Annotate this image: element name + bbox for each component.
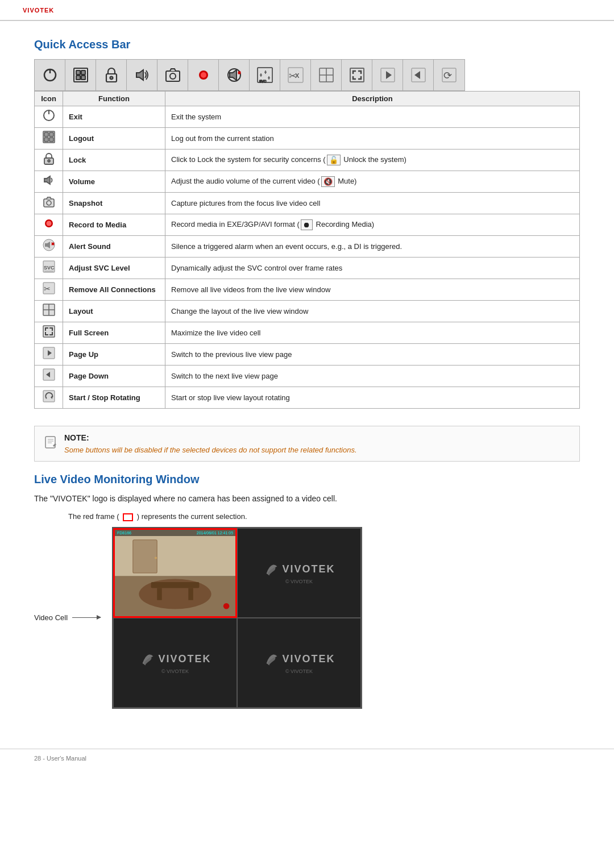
row-function-alert: Alert Sound [63, 236, 165, 258]
vivotek-small-text: © VIVOTEK [285, 579, 313, 584]
row-desc-layout: Change the layout of the live view windo… [165, 301, 580, 322]
vivotek-logo-top-right: VIVOTEK [263, 562, 335, 578]
svg-rect-32 [350, 68, 364, 82]
svg-point-52 [46, 221, 51, 226]
video-cell-label-container: Video Cell [34, 613, 101, 622]
svg-rect-81 [133, 539, 157, 572]
camera-overlay: FD8166 2014/06/01 12:41:05 [115, 530, 235, 536]
toolbar-volume-icon[interactable] [127, 60, 157, 90]
video-cell-bottom-left[interactable]: VIVOTEK © VIVOTEK [113, 618, 237, 708]
table-row: Lock Click to Lock the system for securi… [35, 149, 580, 171]
table-row: Volume Adjust the audio volume of the cu… [35, 171, 580, 193]
row-desc-lock: Click to Lock the system for security co… [165, 149, 580, 171]
video-cell-bottom-right[interactable]: VIVOTEK © VIVOTEK [237, 618, 361, 708]
quick-access-bar-title: Quick Access Bar [34, 38, 580, 51]
svg-point-83 [223, 603, 230, 609]
row-desc-remove: Remove all live videos from the live vie… [165, 279, 580, 301]
row-function-fullscreen: Full Screen [63, 322, 165, 344]
table-row: Full Screen Maximize the live video cell [35, 322, 580, 344]
toolbar-exit-icon[interactable] [35, 60, 65, 90]
vivotek-brand-text-3: VIVOTEK [283, 653, 335, 665]
table-row: ✂ Remove All Connections Remove all live… [35, 279, 580, 301]
table-row: Exit Exit the system [35, 106, 580, 128]
table-row: Logout Log out from the current station [35, 128, 580, 149]
svg-point-82 [155, 556, 157, 559]
toolbar-svc-icon[interactable]: SVC [250, 60, 280, 90]
svg-rect-10 [166, 71, 180, 81]
toolbar-rotate-icon[interactable]: ⟳ [434, 60, 464, 90]
toolbar-pageup-icon[interactable] [372, 60, 403, 90]
toolbar-logout-icon[interactable] [65, 60, 96, 90]
row-desc-snapshot: Capture pictures from the focus live vid… [165, 193, 580, 214]
row-icon-pagedown [35, 366, 63, 387]
svg-rect-4 [81, 70, 85, 74]
row-icon-exit [35, 106, 63, 128]
row-function-remove: Remove All Connections [63, 279, 165, 301]
row-function-exit: Exit [63, 106, 165, 128]
svg-text:✂: ✂ [44, 284, 51, 293]
toolbar-record-icon[interactable] [188, 60, 219, 90]
row-desc-rotate: Start or stop live view layout rotating [165, 387, 580, 409]
table-row: Record to Media Record media in EXE/3GP/… [35, 214, 580, 236]
svg-point-8 [110, 77, 113, 80]
camera-feed: FD8166 2014/06/01 12:41:05 [115, 530, 235, 616]
vivotek-brand-text-2: VIVOTEK [159, 653, 211, 665]
svg-text:SVC: SVC [44, 265, 55, 271]
vivotek-bird-icon-3 [263, 651, 279, 667]
red-frame-note-text2: ) represents the current selection. [137, 512, 247, 521]
row-icon-volume [35, 171, 63, 193]
table-row: Alert Sound Silence a triggered alarm wh… [35, 236, 580, 258]
svg-rect-45 [49, 138, 53, 142]
table-row: Layout Change the layout of the live vie… [35, 301, 580, 322]
svg-rect-5 [76, 76, 80, 80]
live-video-title: Live Video Monitoring Window [34, 473, 580, 486]
toolbar-remove-connections-icon[interactable]: ✂ X [280, 60, 311, 90]
page-footer: 28 - User's Manual [0, 749, 614, 767]
table-row: SVC Adjust SVC Level Dynamically adjust … [35, 258, 580, 279]
table-row: Page Up Switch to the previous live view… [35, 344, 580, 366]
svg-rect-49 [44, 199, 54, 207]
row-desc-logout: Log out from the current station [165, 128, 580, 149]
svg-rect-79 [157, 588, 161, 600]
row-function-lock: Lock [63, 149, 165, 171]
vivotek-bird-icon-2 [139, 651, 155, 667]
row-function-layout: Layout [63, 301, 165, 322]
table-header-icon: Icon [35, 92, 63, 106]
video-cell-top-left[interactable]: FD8166 2014/06/01 12:41:05 [113, 528, 237, 618]
row-icon-layout [35, 301, 63, 322]
row-icon-rotate [35, 387, 63, 409]
note-title: NOTE: [64, 433, 357, 442]
svg-point-13 [201, 72, 206, 78]
video-cell-label-text: Video Cell [34, 613, 68, 622]
toolbar-lock-icon[interactable] [96, 60, 127, 90]
video-cell-top-right[interactable]: VIVOTEK © VIVOTEK [237, 528, 361, 618]
toolbar-pagedown-icon[interactable] [403, 60, 434, 90]
svg-text:X: X [295, 72, 300, 79]
row-desc-alert: Silence a triggered alarm when an event … [165, 236, 580, 258]
row-desc-volume: Adjust the audio volume of the current v… [165, 171, 580, 193]
table-row: Start / Stop Rotating Start or stop live… [35, 387, 580, 409]
label-line [72, 617, 101, 618]
function-table: Icon Function Description Exit Exit the … [34, 91, 580, 409]
row-function-rotate: Start / Stop Rotating [63, 387, 165, 409]
row-desc-pageup: Switch to the previous live view page [165, 344, 580, 366]
vivotek-logo-bottom-left: VIVOTEK [139, 651, 211, 667]
toolbar-fullscreen-icon[interactable] [342, 60, 372, 90]
brand-name: VIVOTEK [23, 7, 54, 14]
row-desc-svc: Dynamically adjust the SVC control over … [165, 258, 580, 279]
label-arrow-container [72, 617, 101, 618]
toolbar-alert-sound-icon[interactable] [219, 60, 250, 90]
table-row: Page Down Switch to the next live view p… [35, 366, 580, 387]
row-function-volume: Volume [63, 171, 165, 193]
vivotek-small-text-3: © VIVOTEK [285, 668, 313, 674]
row-icon-remove: ✂ [35, 279, 63, 301]
toolbar-layout-icon[interactable] [311, 60, 342, 90]
page-number: 28 - User's Manual [34, 755, 86, 762]
red-frame-note-text: The red frame ( [68, 512, 119, 521]
note-icon [43, 434, 59, 454]
svg-text:SVC: SVC [259, 80, 267, 83]
video-grid-wrapper: Video Cell FD8166 2014/06/01 12:41:05 [34, 527, 580, 709]
vivotek-small-text-2: © VIVOTEK [161, 668, 189, 674]
toolbar-snapshot-icon[interactable] [157, 60, 188, 90]
live-video-description: The "VIVOTEK" logo is displayed where no… [34, 494, 580, 503]
